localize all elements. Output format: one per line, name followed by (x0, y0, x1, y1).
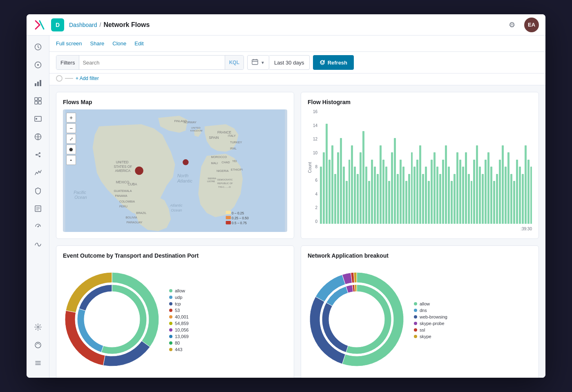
legend-dot (169, 296, 172, 299)
sidebar-item-ml[interactable] (30, 147, 46, 163)
svg-text:0.25 – 0.50: 0.25 – 0.50 (232, 216, 249, 220)
map-tool-button[interactable]: ⤢ (66, 134, 76, 144)
svg-text:REPUBLIC OF: REPUBLIC OF (217, 182, 233, 185)
sub-nav-edit[interactable]: Edit (134, 40, 143, 47)
sidebar-item-metrics[interactable] (30, 165, 46, 181)
histogram-bar (530, 167, 532, 224)
network-app-donut (308, 270, 406, 370)
histogram-bar (320, 167, 322, 224)
sub-nav: Full screen Share Clone Edit (49, 36, 545, 52)
legend-dot (169, 309, 172, 312)
event-outcome-panel: Event Outcome by Transport and Destinati… (56, 245, 294, 378)
sidebar-item-uptime[interactable] (30, 236, 46, 253)
breadcrumb-parent[interactable]: Dashboard (69, 22, 97, 28)
histogram-bar (519, 167, 521, 224)
histogram-bar (456, 152, 458, 224)
histogram-bar (362, 131, 364, 224)
legend-item: 40,001 (169, 314, 189, 319)
svg-point-15 (39, 156, 40, 157)
histogram-bar (331, 145, 333, 224)
legend-dot (414, 315, 417, 318)
histogram-bar (428, 181, 430, 224)
sidebar-item-logs[interactable] (30, 200, 46, 217)
histogram-bar (416, 160, 418, 224)
histogram-bar (357, 174, 359, 224)
dashboard-grid: Flows Map + − ⤢ ⬟ ▪ (49, 85, 545, 378)
histogram-bar (510, 174, 512, 224)
flows-map-title: Flows Map (63, 99, 287, 105)
sidebar-item-maps[interactable] (30, 129, 46, 145)
sub-nav-share[interactable]: Share (90, 40, 105, 47)
svg-rect-23 (256, 59, 257, 60)
zoom-out-button[interactable]: − (66, 123, 76, 133)
legend-dot (414, 309, 417, 312)
svg-text:IRAL: IRAL (230, 147, 237, 150)
flow-histogram-panel: Flow Histogram 0246810121416 Count :39:3… (301, 92, 539, 239)
histogram-bar (425, 167, 427, 224)
sidebar-item-siem[interactable] (30, 183, 46, 199)
svg-rect-6 (35, 98, 38, 100)
refresh-button[interactable]: Refresh (313, 55, 354, 70)
sidebar-item-management[interactable] (30, 319, 46, 335)
network-app-legend: allow dns web-browsing skype-probe ssl s… (414, 301, 447, 339)
add-filter-button[interactable]: + Add filter (76, 76, 99, 81)
svg-rect-5 (40, 80, 41, 86)
map-draw-button[interactable]: ⬟ (66, 145, 76, 154)
sidebar-item-canvas[interactable] (30, 111, 46, 127)
event-outcome-legend: allow udp tcp 53 40,001 54,859 10,056 13… (169, 288, 189, 352)
histogram-container: 0246810121416 Count :39:30 (308, 109, 532, 232)
svg-rect-7 (38, 98, 41, 100)
svg-text:PERU: PERU (119, 205, 127, 208)
sidebar-item-dashboard[interactable] (30, 93, 46, 109)
date-picker-button[interactable]: ▼ (247, 55, 269, 70)
user-avatar[interactable]: EA (524, 18, 539, 32)
legend-item: udp (169, 295, 189, 300)
svg-text:SPAIN: SPAIN (209, 136, 219, 140)
sidebar-item-devtools[interactable] (30, 337, 46, 353)
search-input[interactable] (79, 56, 224, 69)
add-filter-row: + Add filter (49, 74, 545, 85)
histogram-bar (490, 167, 492, 224)
legend-dot (414, 322, 417, 325)
sidebar-item-visualize[interactable] (30, 75, 46, 91)
svg-rect-9 (38, 101, 41, 104)
histogram-bar (442, 160, 444, 224)
sidebar-item-collapse[interactable] (30, 355, 46, 371)
legend-item: 13,069 (169, 334, 189, 339)
histogram-bar (419, 145, 421, 224)
sidebar-item-apm[interactable] (30, 218, 46, 235)
histogram-bar (354, 167, 356, 224)
histogram-bar (388, 181, 390, 224)
histogram-bar (408, 174, 410, 224)
legend-dot (169, 289, 172, 292)
sidebar-bottom (30, 319, 46, 374)
histogram-bar (516, 160, 518, 224)
histogram-bar (343, 167, 345, 224)
svg-text:SIERRA: SIERRA (208, 177, 216, 180)
map-svg: North Atlantic Atlantic Ocean Pacific Oc… (63, 109, 287, 232)
svg-text:PANAMA: PANAMA (115, 194, 127, 198)
legend-dot (169, 322, 172, 325)
histogram-bar (346, 181, 348, 224)
histogram-bar (374, 167, 376, 224)
zoom-in-button[interactable]: + (66, 113, 76, 122)
sub-nav-clone[interactable]: Clone (112, 40, 126, 47)
svg-text:0 – 0.25: 0 – 0.25 (232, 212, 244, 215)
histogram-bar (337, 152, 339, 224)
svg-rect-65 (226, 211, 231, 214)
svg-text:BOLIVIA: BOLIVIA (125, 216, 137, 219)
date-range-display[interactable]: Last 30 days (269, 55, 310, 70)
histogram-bar (482, 174, 484, 224)
breadcrumb-separator: / (100, 22, 101, 28)
sidebar-item-clock[interactable] (30, 39, 46, 55)
sidebar-item-discover[interactable] (30, 57, 46, 73)
histogram-bar (368, 181, 370, 224)
legend-dot (414, 302, 417, 305)
histogram-bar (505, 167, 507, 224)
histogram-bar (391, 152, 393, 224)
settings-button[interactable]: ⚙ (505, 18, 519, 32)
sub-nav-fullscreen[interactable]: Full screen (56, 40, 82, 47)
svg-point-20 (38, 343, 38, 344)
map-rect-button[interactable]: ▪ (66, 155, 76, 165)
legend-label: 443 (175, 347, 182, 352)
